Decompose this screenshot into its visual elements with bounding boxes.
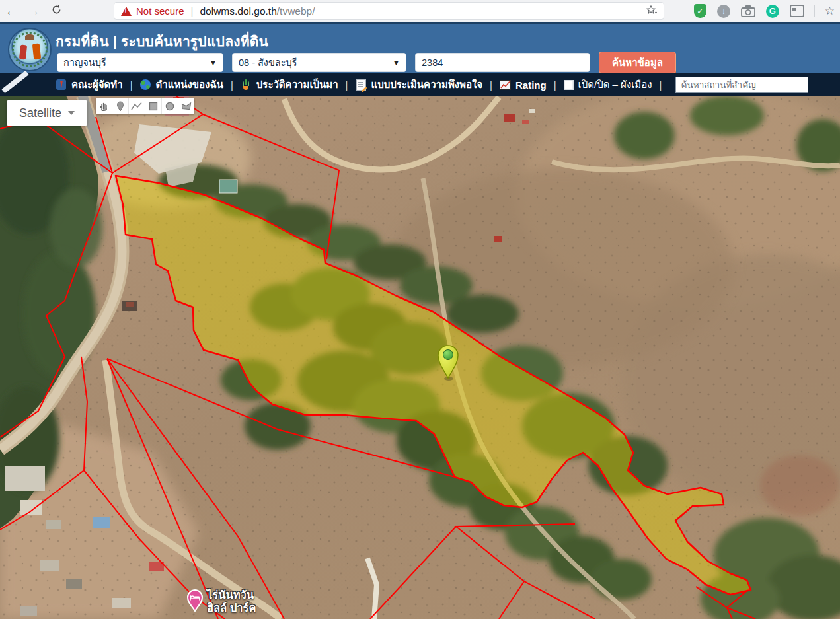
menu-bar: คณะผู้จัดทำ | ตำแหน่งของฉัน | ประวัติควา…: [0, 73, 840, 96]
app-header: กรมที่ดิน | ระบบค้นหารูปแปลงที่ดิน กาญจน…: [0, 22, 840, 73]
chevron-down-icon: [68, 111, 75, 115]
url-text[interactable]: dolwms.dol.go.th/tvwebp/: [200, 5, 315, 17]
lodging-poi-marker[interactable]: [186, 589, 204, 614]
reload-button[interactable]: [45, 4, 67, 18]
adblock-shield-icon[interactable]: ✓: [694, 4, 706, 18]
province-select[interactable]: กาญจนบุรี ▼: [57, 53, 223, 72]
place-search-input[interactable]: [675, 77, 808, 93]
district-select[interactable]: 08 - สังขละบุรี ▼: [232, 53, 406, 72]
not-secure-warning-icon[interactable]: [121, 7, 132, 16]
rectangle-tool[interactable]: [145, 98, 162, 114]
menu-item-rating[interactable]: Rating: [500, 79, 547, 91]
polygon-tool[interactable]: [178, 98, 194, 114]
district-selected-value: 08 - สังขละบุรี: [239, 55, 297, 70]
chevron-down-icon: ▼: [210, 59, 217, 67]
map-type-control[interactable]: Satellite: [7, 100, 87, 126]
seedling-icon: [241, 79, 250, 90]
necktie-icon: [56, 79, 66, 90]
extension-icons: ✓ ↓ G ☆: [694, 0, 835, 22]
page-title: กรมที่ดิน | ระบบค้นหารูปแปลงที่ดิน: [56, 30, 268, 52]
lodging-poi-label[interactable]: ไร่นันทวัน ฮิลล์ ปาร์ค: [207, 588, 256, 614]
reader-box-icon[interactable]: [790, 5, 804, 17]
menu-item-my-location[interactable]: ตำแหน่งของฉัน: [140, 77, 223, 92]
search-form: กาญจนบุรี ▼ 08 - สังขละบุรี ▼ ค้นหาข้อมู…: [57, 52, 676, 73]
memo-pencil-icon: [356, 79, 366, 91]
grammarly-icon[interactable]: G: [766, 5, 779, 18]
satellite-imagery: [0, 96, 840, 619]
map-canvas[interactable]: Satellite: [0, 96, 840, 619]
profile-star-icon[interactable]: ☆: [825, 4, 835, 18]
not-secure-label[interactable]: Not secure: [136, 5, 184, 17]
menu-item-satisfaction-survey[interactable]: แบบประเมินความพึงพอใจ: [356, 77, 483, 92]
city-plan-toggle[interactable]: เปิด/ปิด – ผังเมือง: [564, 77, 652, 92]
city-plan-checkbox[interactable]: [564, 80, 574, 90]
marker-tool[interactable]: [112, 98, 129, 114]
pan-hand-tool[interactable]: [96, 98, 112, 114]
search-data-button[interactable]: ค้นหาข้อมูล: [599, 52, 676, 73]
browser-toolbar: ← → Not secure | dolwms.dol.go.th/tvwebp…: [0, 0, 840, 22]
drawing-toolbar: [96, 98, 194, 114]
province-selected-value: กาญจนบุรี: [63, 55, 106, 70]
bookmark-star-icon[interactable]: [645, 4, 657, 18]
menu-item-history[interactable]: ประวัติความเป็นมา: [241, 77, 338, 92]
forward-button[interactable]: →: [22, 4, 45, 18]
screenshot-camera-icon[interactable]: [741, 4, 755, 18]
reload-icon: [51, 4, 62, 15]
chart-rating-icon: [500, 80, 511, 90]
menu-item-credits[interactable]: คณะผู้จัดทำ: [56, 77, 123, 92]
department-of-lands-logo: [8, 28, 52, 71]
browser-window: ← → Not secure | dolwms.dol.go.th/tvwebp…: [0, 0, 840, 619]
back-button[interactable]: ←: [0, 4, 22, 18]
circle-tool[interactable]: [162, 98, 178, 114]
globe-icon: [140, 79, 151, 90]
download-extension-icon[interactable]: ↓: [717, 5, 730, 18]
address-bar[interactable]: Not secure | dolwms.dol.go.th/tvwebp/: [114, 2, 664, 20]
parcel-number-input[interactable]: [415, 53, 590, 72]
chevron-down-icon: ▼: [393, 59, 400, 67]
polyline-tool[interactable]: [129, 98, 145, 114]
